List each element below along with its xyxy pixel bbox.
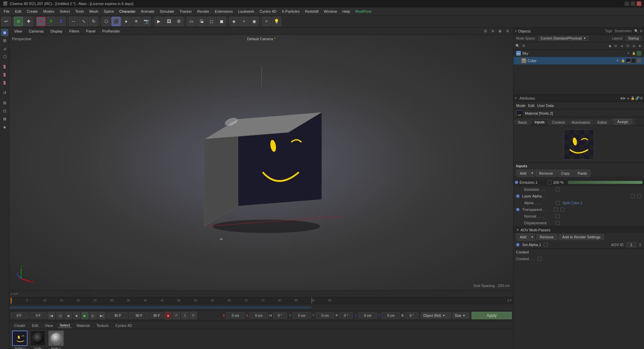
cube-mat-tag1[interactable] — [626, 58, 631, 63]
start-frame-field[interactable]: 0 F — [30, 312, 47, 318]
size-dropdown[interactable]: Size ▼ — [452, 312, 469, 318]
mat-tab-view[interactable]: View — [43, 323, 55, 328]
menu-window[interactable]: Window — [321, 9, 339, 14]
sidebar-layer-btn2[interactable]: ⊡ — [1, 107, 8, 115]
menu-create[interactable]: Create — [24, 9, 40, 14]
prev-key-btn[interactable]: ◁| — [56, 312, 63, 319]
menu-extensions[interactable]: Extensions — [212, 9, 235, 14]
z-pos-field[interactable]: 0 cm — [358, 312, 377, 318]
attr-lock-btn[interactable]: 🔒 — [631, 96, 635, 100]
node-space-dropdown[interactable]: Current (Standard/Physical) ▼ — [538, 36, 588, 41]
menu-render[interactable]: Render — [195, 9, 212, 14]
record-rot-btn[interactable]: R — [190, 312, 197, 319]
play-fwd-btn[interactable]: ▶ — [81, 312, 89, 319]
obj-icon-b[interactable]: ⊞ — [613, 43, 618, 49]
sky-btn[interactable]: 🌤 — [197, 17, 206, 26]
obj-filter-icon1[interactable]: 🔍 — [515, 43, 520, 49]
edit-mode-btn[interactable]: ✚ — [24, 17, 33, 26]
obj-icon-e[interactable]: ◎ — [631, 43, 637, 49]
mat-tab-edit[interactable]: Edit — [30, 323, 40, 328]
vp-icon1[interactable]: ⊞ — [482, 28, 488, 34]
attr-up-btn[interactable]: ▲ — [627, 96, 630, 100]
record-scale-btn[interactable]: S — [181, 312, 189, 319]
obj-icon-c[interactable]: ◈ — [619, 43, 625, 49]
null-btn[interactable]: + — [239, 17, 249, 26]
material-node1[interactable]: Node.1 — [48, 331, 64, 349]
render-to-picture-btn[interactable]: 🖼 — [164, 17, 174, 26]
material-node[interactable]: Node — [30, 331, 46, 349]
sphere-btn[interactable]: ● — [121, 17, 131, 26]
obj-filter-icon2[interactable]: ⚙ — [521, 43, 526, 49]
menu-laubwerk[interactable]: Laubwerk — [236, 9, 257, 14]
menu-spline[interactable]: Spline — [101, 9, 116, 14]
cube-mat-tag2[interactable] — [631, 58, 636, 63]
menu-cycles4d[interactable]: Cycles 4D — [257, 9, 279, 14]
x-axis-btn[interactable]: X — [36, 17, 46, 26]
aov-add-btn[interactable]: Add — [516, 233, 530, 241]
env-btn[interactable]: ◼ — [217, 17, 226, 26]
obj-bookmarks-btn[interactable]: Bookmarks — [615, 29, 632, 33]
sky-lock-icon[interactable]: 🔒 — [631, 51, 636, 56]
bg-btn[interactable]: ◻ — [207, 17, 216, 26]
menu-file[interactable]: File — [1, 9, 12, 14]
edit-btn[interactable]: Edit — [528, 104, 535, 108]
aov-id-field[interactable]: 1 — [626, 242, 636, 247]
sidebar-s-btn3[interactable]: $ — [1, 79, 8, 86]
play-back-btn[interactable]: ◀ — [64, 312, 72, 319]
attr-menu-btn[interactable]: ≡ — [515, 96, 517, 100]
layer-alpha-check1[interactable] — [631, 194, 635, 198]
obj-row-cube[interactable]: Cube 👁 🔒 — [513, 57, 644, 64]
menu-edit[interactable]: Edit — [13, 9, 24, 14]
sidebar-layer-btn4[interactable]: ◈ — [1, 123, 8, 131]
record-pos-btn[interactable]: P — [173, 312, 180, 319]
emission-check[interactable] — [556, 187, 560, 191]
render-settings-btn[interactable]: ⚙ — [174, 17, 184, 26]
sidebar-poly-btn[interactable]: ⬡ — [1, 53, 8, 60]
menu-help[interactable]: Help — [340, 9, 352, 14]
b-field[interactable]: 0 ° — [405, 312, 418, 318]
obj-icon-a[interactable]: ◼ — [607, 43, 612, 49]
record-btn[interactable]: ⏺ — [164, 312, 172, 319]
cube-mat-tag3[interactable] — [637, 58, 641, 63]
paste-input-btn[interactable]: Paste — [574, 170, 591, 177]
menu-realflow[interactable]: RealFlow — [353, 9, 374, 14]
transparent-check2[interactable] — [560, 208, 564, 212]
move-btn[interactable]: ↔ — [69, 17, 78, 26]
copy-input-btn[interactable]: Copy — [557, 170, 574, 177]
close-button[interactable]: ✕ — [637, 1, 641, 6]
transparent-check1[interactable] — [554, 208, 558, 212]
emission-bar[interactable] — [568, 181, 643, 184]
aov-add-dropdown[interactable]: ▼ — [530, 233, 535, 241]
rotate-btn[interactable]: ↻ — [89, 17, 98, 26]
attr-back-btn[interactable]: ◀ — [620, 96, 623, 100]
mat-tab-select[interactable]: Select — [58, 323, 72, 328]
x-pos-field[interactable]: 0 cm — [226, 312, 245, 318]
minimize-button[interactable]: ─ — [625, 1, 629, 6]
light-btn[interactable]: ☀ — [132, 17, 141, 26]
split-color-link[interactable]: Split Color.1 — [562, 201, 582, 205]
mat-tab-cycles[interactable]: Cycles 4D — [113, 323, 134, 328]
vp-icon4[interactable]: ⊗ — [504, 28, 510, 34]
polygon-btn[interactable]: ⬡ — [101, 17, 111, 26]
z-axis-btn[interactable]: Z — [56, 17, 66, 26]
menu-select[interactable]: Select — [57, 9, 72, 14]
set-alpha-check[interactable] — [544, 243, 548, 247]
obj-search-btn[interactable]: 🔍 — [634, 29, 638, 33]
y-pos-field[interactable]: 0 cm — [293, 312, 311, 318]
tab-assign[interactable]: Assign — [611, 118, 635, 125]
lamp-btn[interactable]: 💡 — [272, 17, 281, 26]
vp-icon3[interactable]: ◉ — [497, 28, 503, 34]
mat-tab-texture[interactable]: Texture — [94, 323, 110, 328]
stop-btn[interactable]: ■ — [73, 312, 80, 319]
context-check[interactable] — [538, 257, 542, 261]
obj-header-menu[interactable]: ≡ — [515, 29, 517, 33]
user-data-btn[interactable]: User Data — [537, 104, 554, 108]
menu-mesh[interactable]: Mesh — [87, 9, 101, 14]
cube-vis-icon[interactable]: 👁 — [615, 58, 620, 63]
object-btn[interactable]: ◈ — [229, 17, 239, 26]
attr-link-btn[interactable]: 🔗 — [635, 96, 639, 100]
tab-context[interactable]: Context — [549, 120, 568, 125]
floor-btn[interactable]: ▭ — [187, 17, 196, 26]
view-menu[interactable]: View — [12, 29, 24, 34]
remove-input-btn[interactable]: Remove — [536, 170, 557, 177]
